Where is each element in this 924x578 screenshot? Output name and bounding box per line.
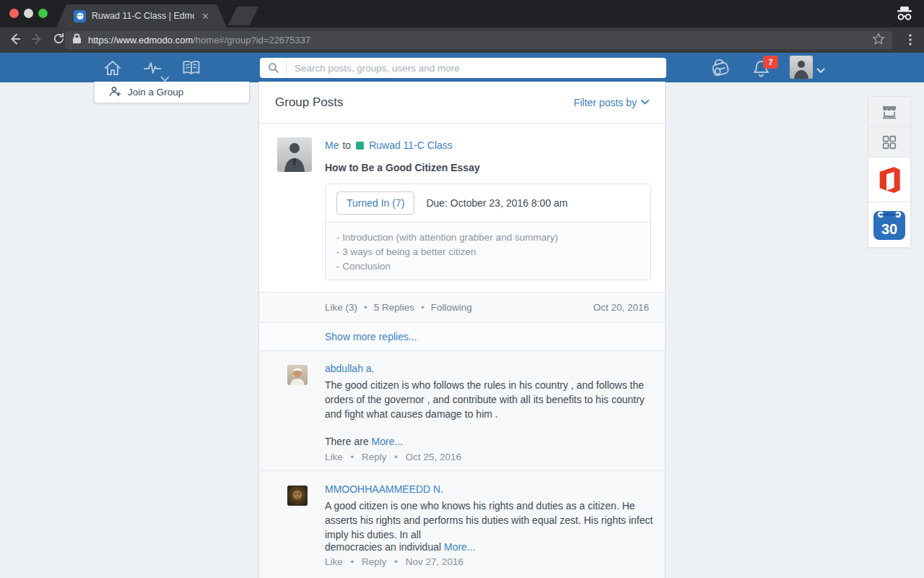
replies-count-link[interactable]: 5 Replies xyxy=(374,302,414,313)
reply-author-link[interactable]: MMOOHHAAMMEEDD N. xyxy=(325,483,443,495)
browser-menu-icon[interactable] xyxy=(904,33,917,49)
reply-author-avatar[interactable] xyxy=(287,486,308,506)
calendar-icon: 30 xyxy=(872,207,907,242)
show-more-replies-link[interactable]: Show more replies... xyxy=(325,331,417,342)
filter-posts-dropdown[interactable]: Filter posts by xyxy=(574,97,649,108)
bookmark-star-icon[interactable] xyxy=(872,33,885,48)
post-date: Oct 20, 2016 xyxy=(593,302,649,313)
reply-date: Nov 27, 2016 xyxy=(406,556,463,567)
filter-posts-label: Filter posts by xyxy=(574,97,637,108)
separator xyxy=(351,556,354,567)
separator xyxy=(351,452,354,462)
reply-author-avatar[interactable] xyxy=(287,365,308,385)
back-button[interactable] xyxy=(4,32,26,49)
join-group-label: Join a Group xyxy=(128,87,183,98)
store-icon xyxy=(881,104,898,120)
more-link[interactable]: More... xyxy=(444,541,476,553)
reply-reply-button[interactable]: Reply xyxy=(362,556,387,567)
apps-button[interactable] xyxy=(868,127,910,158)
activity-icon[interactable] xyxy=(142,58,162,81)
reply-meta: Like Reply Oct 25, 2016 xyxy=(325,452,461,462)
library-icon[interactable] xyxy=(181,58,201,81)
assignment-card: Turned In (7) Due: October 23, 2016 8:00… xyxy=(325,184,651,280)
post-byline: Me to Ruwad 11-C Class xyxy=(325,139,453,151)
reply-date: Oct 25, 2016 xyxy=(406,452,461,462)
lock-icon xyxy=(72,33,82,47)
group-posts-column: Group Posts Filter posts by Me to Ruwad … xyxy=(258,82,666,578)
description-line: - Conclusion xyxy=(336,259,640,274)
post-author-link[interactable]: Me xyxy=(325,139,339,151)
home-icon[interactable] xyxy=(103,58,123,81)
more-link[interactable]: More... xyxy=(372,436,404,447)
separator xyxy=(421,302,424,313)
search-divider xyxy=(286,61,287,74)
account-chevron-icon[interactable] xyxy=(816,64,825,77)
assignment-card-top: Turned In (7) Due: October 23, 2016 8:00… xyxy=(326,184,650,222)
join-group-button[interactable]: Join a Group xyxy=(94,82,250,103)
reply-more-prefix: democracies an individual xyxy=(325,541,444,553)
description-line: - Introduction (with attention grabber a… xyxy=(336,230,640,245)
separator xyxy=(394,452,398,462)
assignment-title: How to Be a Good Citizen Essay xyxy=(325,162,480,173)
store-button[interactable] xyxy=(868,97,910,127)
post-footer: Like (3) 5 Replies Following Oct 20, 201… xyxy=(259,292,665,323)
group-name-link[interactable]: Ruwad 11-C Class xyxy=(369,139,453,151)
minimize-window-button[interactable] xyxy=(24,9,33,18)
reply-more-line: democracies an individual More... xyxy=(325,541,476,553)
due-date-label: Due: October 23, 2016 8:00 am xyxy=(426,197,567,209)
calendar-button[interactable]: 30 xyxy=(868,202,910,247)
office-logo-icon xyxy=(875,165,904,195)
column-header: Group Posts Filter posts by xyxy=(259,82,665,124)
assignment-description: - Introduction (with attention grabber a… xyxy=(326,222,650,280)
close-window-button[interactable] xyxy=(9,9,19,18)
notification-badge: 7 xyxy=(763,56,778,69)
user-avatar[interactable] xyxy=(790,56,813,79)
reply-more-prefix: There are xyxy=(325,436,372,447)
separator xyxy=(364,302,367,313)
search-icon xyxy=(268,62,279,74)
reply-meta: Like Reply Nov 27, 2016 xyxy=(325,556,463,567)
incognito-icon xyxy=(895,5,914,25)
separator xyxy=(394,556,398,567)
post-author-avatar[interactable] xyxy=(277,137,312,172)
show-more-replies-row: Show more replies... xyxy=(259,323,665,351)
address-bar[interactable]: https://www.edmodo.com/home#/group?id=22… xyxy=(65,31,892,49)
reply-like-button[interactable]: Like xyxy=(325,556,343,567)
browser-tab-strip: Ruwad 11-C Class | Edmodo ✕ xyxy=(0,0,924,27)
apps-rail: 30 xyxy=(868,96,911,248)
forward-button[interactable] xyxy=(26,32,48,49)
page-title: Group Posts xyxy=(275,95,344,110)
reply-more-line: There are More... xyxy=(325,436,403,447)
tab-close-icon[interactable]: ✕ xyxy=(201,11,209,22)
description-line: - 3 ways of being a better citizen xyxy=(336,245,640,259)
search-input[interactable] xyxy=(295,63,666,74)
office-button[interactable] xyxy=(868,158,910,202)
tab-title: Ruwad 11-C Class | Edmodo xyxy=(92,11,194,21)
browser-toolbar: https://www.edmodo.com/home#/group?id=22… xyxy=(0,27,924,53)
reply-author-link[interactable]: abdullah a. xyxy=(325,363,375,374)
edmodo-header: 7 xyxy=(0,53,924,82)
reply-like-button[interactable]: Like xyxy=(325,452,343,462)
url-text: https://www.edmodo.com/home#/group?id=22… xyxy=(88,35,310,46)
browser-tab[interactable]: Ruwad 11-C Class | Edmodo ✕ xyxy=(56,4,227,27)
search-bar xyxy=(260,58,666,78)
maximize-window-button[interactable] xyxy=(38,9,48,18)
chevron-down-icon xyxy=(641,100,649,105)
group-color-swatch xyxy=(356,142,364,150)
backpack-icon[interactable] xyxy=(709,59,732,82)
svg-text:30: 30 xyxy=(881,221,897,237)
add-person-icon xyxy=(109,86,121,99)
reply-body: The good citizen is who follows the rule… xyxy=(325,378,661,421)
edmodo-favicon-icon xyxy=(74,10,86,22)
byline-to-word: to xyxy=(342,139,351,151)
reply-reply-button[interactable]: Reply xyxy=(362,452,387,462)
reply-body: A good citizen is one who knows his righ… xyxy=(325,499,661,542)
new-tab-button[interactable] xyxy=(228,7,259,25)
like-button[interactable]: Like (3) xyxy=(325,302,357,313)
following-button[interactable]: Following xyxy=(431,302,472,313)
turned-in-button[interactable]: Turned In (7) xyxy=(336,191,414,215)
reply-divider xyxy=(259,470,665,471)
replies-section: abdullah a. The good citizen is who foll… xyxy=(259,351,665,578)
apps-grid-icon xyxy=(881,134,897,150)
